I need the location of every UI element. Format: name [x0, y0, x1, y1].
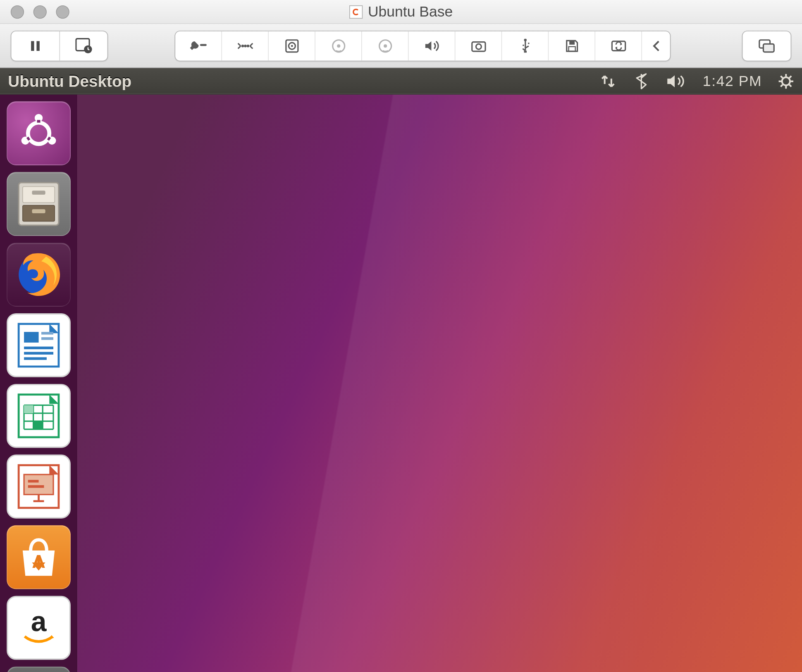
cd-icon — [331, 38, 346, 53]
svg-rect-18 — [524, 50, 526, 52]
svg-point-14 — [383, 44, 387, 47]
svg-point-26 — [28, 123, 50, 144]
pause-vm-button[interactable] — [11, 31, 59, 60]
vm-titlebar: Ubuntu Base — [0, 0, 802, 24]
svg-text:a: a — [31, 606, 47, 637]
guest-desktop: A a — [0, 95, 802, 672]
floppy-icon — [564, 38, 579, 53]
svg-rect-48 — [28, 480, 39, 482]
calc-icon — [12, 389, 65, 443]
vm-app-icon — [349, 5, 363, 18]
launcher-firefox[interactable] — [7, 243, 71, 307]
amazon-icon: a — [15, 605, 62, 651]
gear-icon — [777, 72, 795, 90]
svg-rect-45 — [33, 421, 43, 429]
svg-point-12 — [337, 44, 340, 47]
svg-rect-33 — [32, 191, 45, 195]
window-controls — [0, 5, 69, 18]
pause-icon — [28, 38, 43, 53]
shopping-bag-icon: A — [14, 533, 62, 581]
svg-rect-47 — [24, 474, 53, 494]
camera-icon — [470, 39, 487, 52]
svg-point-17 — [524, 38, 526, 41]
svg-point-10 — [291, 45, 293, 47]
writer-icon — [12, 319, 65, 372]
launcher-writer[interactable] — [7, 313, 71, 377]
active-window-title: Ubuntu Desktop — [8, 71, 131, 90]
vm-cd2-button[interactable] — [362, 31, 409, 60]
svg-point-7 — [246, 44, 249, 47]
svg-rect-38 — [41, 332, 53, 334]
svg-rect-49 — [28, 485, 44, 488]
svg-point-5 — [241, 44, 243, 47]
impress-icon — [12, 460, 65, 513]
vm-collapse-button[interactable] — [642, 31, 670, 60]
svg-rect-4 — [200, 44, 206, 46]
vm-harddisk-button[interactable] — [269, 31, 315, 60]
desktop-wallpaper[interactable] — [77, 95, 802, 672]
unity-launcher: A a — [0, 95, 77, 672]
vm-sound-button[interactable] — [409, 31, 456, 60]
volume-icon — [666, 73, 687, 89]
network-indicator[interactable] — [599, 71, 617, 90]
vm-camera-button[interactable] — [455, 31, 502, 60]
snapshot-vm-button[interactable] — [60, 31, 107, 60]
vm-window-title: Ubuntu Base — [0, 3, 802, 20]
harddisk-icon — [284, 38, 299, 53]
vm-settings-button[interactable] — [175, 31, 222, 60]
bluetooth-indicator[interactable] — [632, 71, 651, 90]
minimize-window-icon[interactable] — [33, 5, 47, 18]
zoom-window-icon[interactable] — [56, 5, 69, 18]
close-window-icon[interactable] — [11, 5, 24, 18]
vm-title-text: Ubuntu Base — [368, 3, 453, 20]
vm-floppy-button[interactable] — [549, 31, 595, 60]
file-cabinet-icon — [13, 179, 64, 229]
launcher-files[interactable] — [7, 172, 71, 236]
launcher-dash[interactable] — [7, 101, 71, 165]
clock-indicator[interactable]: 1:42 PM — [703, 72, 762, 90]
sync-icon — [610, 39, 626, 52]
vm-usb-button[interactable] — [502, 31, 549, 60]
svg-rect-44 — [24, 405, 33, 413]
launcher-amazon[interactable]: a — [7, 596, 71, 660]
ubuntu-top-panel: Ubuntu Desktop 1:42 PM — [0, 68, 802, 95]
indicator-area: 1:42 PM — [599, 71, 795, 90]
vm-shared-button[interactable] — [595, 31, 642, 60]
svg-text:A: A — [32, 551, 45, 572]
vm-control-group — [11, 30, 108, 61]
snapshot-icon — [75, 38, 92, 54]
session-indicator[interactable] — [777, 71, 795, 90]
wrench-icon — [189, 38, 208, 53]
launcher-settings[interactable] — [7, 667, 71, 672]
vm-view-controls — [742, 30, 791, 61]
usb-icon — [518, 38, 532, 53]
svg-rect-23 — [763, 44, 774, 52]
svg-rect-21 — [612, 41, 625, 50]
vm-device-toolbar — [175, 30, 671, 61]
bluetooth-icon — [635, 72, 647, 90]
svg-rect-0 — [31, 41, 34, 51]
svg-rect-40 — [24, 347, 53, 349]
vm-network-button[interactable] — [222, 31, 269, 60]
launcher-calc[interactable] — [7, 384, 71, 448]
launcher-software[interactable]: A — [7, 525, 71, 589]
svg-rect-34 — [32, 209, 45, 213]
svg-rect-20 — [568, 46, 575, 51]
vm-fullscreen-button[interactable] — [742, 31, 790, 60]
launcher-impress[interactable] — [7, 455, 71, 519]
vm-cd1-button[interactable] — [315, 31, 362, 60]
fullscreen-icon — [758, 38, 776, 53]
vm-toolbar — [0, 24, 802, 68]
svg-rect-42 — [24, 357, 47, 360]
sound-indicator[interactable] — [666, 71, 688, 90]
svg-rect-1 — [36, 41, 39, 51]
ubuntu-logo-icon — [15, 110, 62, 157]
svg-rect-19 — [569, 41, 574, 45]
svg-rect-41 — [24, 352, 53, 354]
network-updown-icon — [599, 73, 617, 89]
svg-rect-39 — [41, 337, 53, 340]
cd-icon — [378, 38, 392, 53]
svg-point-6 — [243, 44, 246, 47]
svg-point-24 — [782, 77, 790, 85]
svg-rect-37 — [24, 332, 38, 343]
